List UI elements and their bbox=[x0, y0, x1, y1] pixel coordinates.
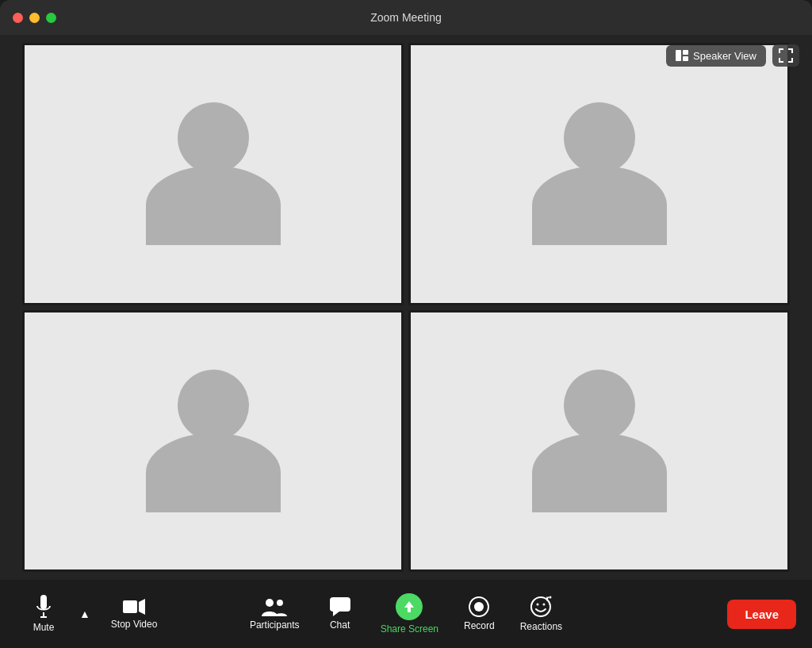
video-cell-4 bbox=[408, 310, 790, 573]
avatar-body-2 bbox=[532, 166, 667, 245]
toolbar-right: Leave bbox=[727, 600, 796, 629]
toolbar-center: Participants Chat Share Screen Record bbox=[237, 587, 575, 641]
svg-marker-7 bbox=[139, 599, 145, 615]
avatar-head-4 bbox=[564, 370, 635, 441]
svg-point-16 bbox=[537, 604, 539, 606]
svg-rect-6 bbox=[123, 600, 137, 613]
svg-point-14 bbox=[474, 602, 484, 612]
share-screen-icon bbox=[402, 600, 416, 614]
svg-marker-11 bbox=[333, 612, 339, 616]
avatar-4 bbox=[532, 370, 667, 512]
title-bar: Zoom Meeting bbox=[0, 0, 812, 35]
speaker-view-label: Speaker View bbox=[693, 50, 756, 62]
video-cell-2 bbox=[408, 43, 790, 305]
maximize-button[interactable] bbox=[46, 13, 56, 23]
svg-rect-1 bbox=[683, 50, 688, 55]
svg-marker-12 bbox=[404, 601, 414, 612]
chat-icon bbox=[330, 597, 350, 616]
reactions-label: Reactions bbox=[520, 621, 562, 632]
reactions-button[interactable]: Reactions bbox=[508, 589, 575, 638]
mute-button[interactable]: Mute bbox=[16, 589, 71, 639]
record-label: Record bbox=[464, 620, 495, 631]
toolbar: Mute ▲ Stop Video Participants bbox=[0, 580, 812, 648]
stop-video-label: Stop Video bbox=[111, 619, 158, 630]
chat-label: Chat bbox=[330, 619, 350, 631]
avatar-body-1 bbox=[146, 166, 281, 245]
avatar-body-3 bbox=[146, 433, 281, 512]
fullscreen-icon bbox=[779, 48, 793, 63]
video-cell-3 bbox=[22, 310, 404, 573]
share-screen-button[interactable]: Share Screen bbox=[368, 587, 451, 641]
svg-point-17 bbox=[543, 604, 546, 606]
mute-label: Mute bbox=[33, 622, 55, 633]
share-screen-icon-container bbox=[396, 593, 423, 620]
participants-button[interactable]: Participants bbox=[237, 591, 312, 637]
minimize-button[interactable] bbox=[29, 13, 40, 23]
reactions-icon bbox=[530, 596, 552, 618]
speaker-view-button[interactable]: Speaker View bbox=[666, 45, 766, 67]
window-controls[interactable] bbox=[13, 13, 56, 23]
svg-rect-3 bbox=[40, 595, 47, 609]
participants-label: Participants bbox=[250, 619, 300, 631]
close-button[interactable] bbox=[13, 13, 23, 23]
video-grid bbox=[22, 43, 790, 572]
camera-icon bbox=[123, 598, 145, 615]
mute-chevron-button[interactable]: ▲ bbox=[76, 608, 94, 620]
stop-video-button[interactable]: Stop Video bbox=[98, 592, 170, 636]
leave-button[interactable]: Leave bbox=[727, 600, 796, 629]
speaker-view-icon bbox=[676, 50, 688, 61]
record-button[interactable]: Record bbox=[451, 590, 508, 638]
main-area: Speaker View bbox=[0, 35, 812, 580]
view-controls[interactable]: Speaker View bbox=[666, 44, 799, 67]
avatar-head-1 bbox=[178, 102, 249, 174]
avatar-head-3 bbox=[178, 370, 249, 441]
avatar-1 bbox=[146, 102, 281, 245]
svg-rect-10 bbox=[330, 597, 350, 612]
avatar-body-4 bbox=[532, 433, 667, 512]
avatar-2 bbox=[532, 102, 667, 245]
chat-button[interactable]: Chat bbox=[312, 591, 368, 637]
avatar-3 bbox=[146, 370, 281, 512]
participants-icon bbox=[262, 597, 287, 616]
svg-rect-0 bbox=[676, 50, 681, 61]
toolbar-left: Mute ▲ Stop Video bbox=[16, 589, 170, 639]
share-screen-label: Share Screen bbox=[381, 623, 439, 635]
svg-point-9 bbox=[277, 600, 283, 606]
fullscreen-button[interactable] bbox=[772, 44, 799, 67]
record-icon bbox=[469, 596, 489, 617]
mic-icon bbox=[34, 595, 53, 619]
video-cell-1 bbox=[22, 43, 404, 305]
svg-rect-2 bbox=[683, 56, 688, 61]
svg-point-8 bbox=[266, 599, 274, 607]
svg-point-20 bbox=[550, 596, 552, 599]
window-title: Zoom Meeting bbox=[370, 11, 441, 24]
avatar-head-2 bbox=[564, 102, 635, 174]
